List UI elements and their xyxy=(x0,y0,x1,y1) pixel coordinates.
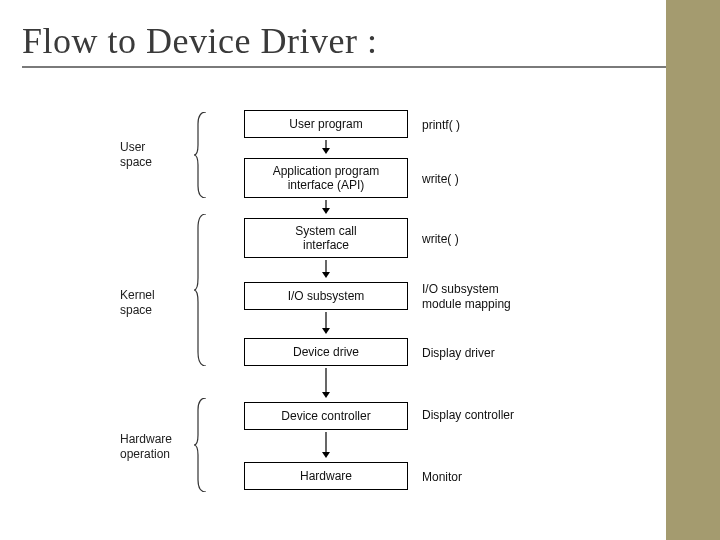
page-title: Flow to Device Driver : xyxy=(22,20,698,62)
right-accent-bar xyxy=(666,0,720,540)
box-device-controller: Device controller xyxy=(244,402,408,430)
group-label-user: User space xyxy=(120,140,152,170)
annot-printf: printf( ) xyxy=(422,118,592,133)
svg-marker-3 xyxy=(322,208,330,214)
annot-display-controller: Display controller xyxy=(422,408,592,423)
arrow-2 xyxy=(322,200,330,214)
group-label-kernel: Kernel space xyxy=(120,288,155,318)
annot-monitor: Monitor xyxy=(422,470,592,485)
svg-marker-5 xyxy=(322,272,330,278)
box-device-drive: Device drive xyxy=(244,338,408,366)
annot-display-driver: Display driver xyxy=(422,346,592,361)
brace-kernel xyxy=(194,214,208,366)
svg-marker-11 xyxy=(322,452,330,458)
svg-marker-7 xyxy=(322,328,330,334)
arrow-3 xyxy=(322,260,330,278)
box-api: Application program interface (API) xyxy=(244,158,408,198)
box-io-subsystem: I/O subsystem xyxy=(244,282,408,310)
annot-io-mapping: I/O subsystem module mapping xyxy=(422,282,592,312)
title-area: Flow to Device Driver : xyxy=(22,20,698,68)
flow-diagram: User space Kernel space Hardware operati… xyxy=(120,110,600,510)
box-user-program: User program xyxy=(244,110,408,138)
arrow-6 xyxy=(322,432,330,458)
box-hardware: Hardware xyxy=(244,462,408,490)
svg-marker-1 xyxy=(322,148,330,154)
svg-marker-9 xyxy=(322,392,330,398)
box-syscall: System call interface xyxy=(244,218,408,258)
title-underline xyxy=(22,66,698,68)
brace-user xyxy=(194,112,208,198)
arrow-4 xyxy=(322,312,330,334)
arrow-1 xyxy=(322,140,330,154)
brace-hardware xyxy=(194,398,208,492)
annot-write2: write( ) xyxy=(422,232,592,247)
arrow-5 xyxy=(322,368,330,398)
annot-write1: write( ) xyxy=(422,172,592,187)
group-label-hardware: Hardware operation xyxy=(120,432,172,462)
